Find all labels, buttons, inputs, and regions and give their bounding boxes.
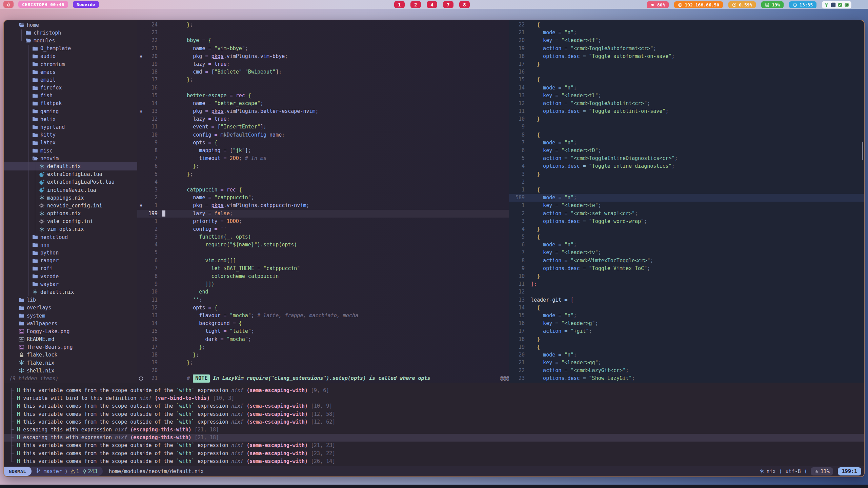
line-number: 5	[145, 170, 158, 178]
editor-right-line: 16	[509, 68, 864, 76]
tree-item-README.md[interactable]: README.md	[4, 336, 137, 343]
editor-left-line: 12 opts = {	[137, 304, 509, 312]
tree-item-flake.nix[interactable]: flake.nix	[4, 359, 137, 367]
tree-item-nnn[interactable]: nnn	[4, 241, 137, 249]
editor-left-line: 8 mapping = ["jk"];	[137, 147, 509, 155]
tree-item-neovide_config.ini[interactable]: neovide_config.ini	[4, 202, 137, 209]
tree-item-hyprland[interactable]: hyprland	[4, 123, 137, 131]
workspace-button-1[interactable]: 1	[394, 1, 405, 8]
sign-column	[137, 170, 145, 178]
workspace-button-2[interactable]: 2	[410, 1, 421, 8]
editor-left-line: 3 function(_, opts)	[137, 233, 509, 241]
tree-item-0_template[interactable]: 0_template	[4, 45, 137, 53]
tree-item-flatpak[interactable]: flatpak	[4, 100, 137, 107]
tree-item-audio[interactable]: audio	[4, 53, 137, 60]
tree-item-helix[interactable]: helix	[4, 115, 137, 123]
tree-item-waybar[interactable]: waybar	[4, 280, 137, 288]
tree-item-kitty[interactable]: kitty	[4, 131, 137, 139]
tree-item-python[interactable]: python	[4, 249, 137, 257]
tree-item-christoph[interactable]: christoph	[4, 29, 137, 37]
diagnostic-row[interactable]: ─ H escaping this with expression nixf (…	[4, 434, 864, 442]
tree-item-flake.lock[interactable]: flake.lock	[4, 351, 137, 359]
diagnostic-row[interactable]: ─ H this variable comes from the scope o…	[4, 402, 864, 410]
editor-left-line: 18 cmd = ["Bdelete" "Bwipeout"];	[137, 68, 509, 76]
tree-item-Foggy-Lake.png[interactable]: Foggy-Lake.png	[4, 327, 137, 335]
line-number: 14	[510, 84, 525, 92]
tree-guide	[21, 29, 22, 41]
tree-item-nextcloud[interactable]: nextcloud	[4, 233, 137, 241]
tree-item-modules[interactable]: modules	[4, 37, 137, 44]
spotify-icon[interactable]	[844, 2, 849, 7]
tree-item-default.nix[interactable]: default.nix	[4, 162, 137, 170]
tree-item-system[interactable]: system	[4, 312, 137, 320]
editor-pane-right[interactable]: 22 {21 mode = "n";20 key = "<leader>tf";…	[509, 20, 864, 383]
workspace-button-4[interactable]: 4	[427, 1, 437, 8]
editor-left-line: 18 };	[137, 351, 509, 359]
tree-item-vscode[interactable]: vscode	[4, 272, 137, 280]
tree-item-emacs[interactable]: emacs	[4, 68, 137, 76]
sign-column	[137, 45, 145, 53]
tree-item-latex[interactable]: latex	[4, 139, 137, 147]
diagnostic-row[interactable]: ─ H this variable comes from the scope o…	[4, 442, 864, 449]
tree-item-options.nix[interactable]: options.nix	[4, 210, 137, 218]
editor-right-line: 2	[509, 178, 864, 186]
tree-item-shell.nix[interactable]: shell.nix	[4, 367, 137, 374]
tree-item-label: fish	[40, 93, 53, 99]
tree-item-fish[interactable]: fish	[4, 92, 137, 100]
tree-item-default.nix[interactable]: default.nix	[4, 288, 137, 296]
tree-item-extraConfigLuaPost.lua[interactable]: extraConfigLuaPost.lua	[4, 178, 137, 186]
tree-item-chromium[interactable]: chromium	[4, 60, 137, 68]
check-icon[interactable]	[837, 2, 843, 7]
tree-item-neovim[interactable]: neovim	[4, 155, 137, 162]
line-number: 1	[510, 186, 525, 194]
tree-item-label: (9 hidden items)	[9, 375, 59, 382]
folder-icon	[32, 116, 38, 122]
tree-item-firefox[interactable]: firefox	[4, 84, 137, 92]
tree-item-email[interactable]: email	[4, 76, 137, 84]
folder-icon	[32, 132, 38, 138]
diagnostic-row[interactable]: ─ H this variable comes from the scope o…	[4, 387, 864, 394]
tree-item-vim_opts.nix[interactable]: vim_opts.nix	[4, 225, 137, 233]
sign-column	[137, 92, 145, 100]
lua-icon	[39, 179, 45, 185]
sign-column	[137, 100, 145, 107]
globe-icon	[678, 3, 682, 7]
scrollbar[interactable]	[862, 142, 863, 160]
diagnostic-row[interactable]: ─ H escaping this with expression nixf (…	[4, 426, 864, 434]
nix-logo-button[interactable]	[3, 1, 14, 8]
tree-item-lib[interactable]: lib	[4, 296, 137, 304]
tree-item-ranger[interactable]: ranger	[4, 257, 137, 265]
editor-left-line: 1 priority = 1000;	[137, 218, 509, 225]
tree-item-home[interactable]: home	[4, 21, 137, 29]
editor-right-line: 1 key = "<leader>tw";	[509, 202, 864, 209]
sign-column-hint: H	[137, 107, 145, 115]
keyboard-icon[interactable]	[831, 2, 836, 7]
tree-item-Three-Bears.png[interactable]: Three-Bears.png	[4, 343, 137, 351]
diagnostic-row[interactable]: ─ H this variable comes from the scope o…	[4, 418, 864, 426]
tree-item-rofi[interactable]: rofi	[4, 265, 137, 272]
editor-left-line: 12 lazy = true;	[137, 115, 509, 123]
tree-item-vale_config.ini[interactable]: vale_config.ini	[4, 218, 137, 225]
sign-column	[137, 288, 145, 296]
tree-item-wallpapers[interactable]: wallpapers	[4, 320, 137, 327]
editor-left-line: 16	[137, 84, 509, 92]
diagnostic-row[interactable]: ─ H this variable comes from the scope o…	[4, 450, 864, 458]
tree-item-overlays[interactable]: overlays	[4, 304, 137, 312]
diagnostic-row[interactable]: ─ H variable will bind to this definitio…	[4, 394, 864, 402]
key-icon[interactable]	[824, 2, 829, 7]
line-number: 4	[145, 178, 158, 186]
tree-item-mappings.nix[interactable]: mappings.nix	[4, 194, 137, 202]
tree-item-misc[interactable]: misc	[4, 147, 137, 155]
diagnostic-row[interactable]: ─ H this variable comes from the scope o…	[4, 410, 864, 418]
statusline: NORMAL master ) 1 243 home/modules/neovi…	[4, 466, 864, 476]
diagnostic-row[interactable]: ─ H this variable comes from the scope o…	[4, 458, 864, 465]
tree-item-gaming[interactable]: gaming	[4, 107, 137, 115]
tree-item-extraConfigLua.lua[interactable]: extraConfigLua.lua	[4, 170, 137, 178]
workspace-button-7[interactable]: 7	[443, 1, 453, 8]
diagnostics-panel: ─ H this variable comes from the scope o…	[4, 383, 864, 466]
editor-pane-left[interactable]: 24 };2322 bbye = {21 name = "vim-bbye";H…	[137, 20, 509, 383]
sign-column	[137, 210, 145, 218]
workspace-button-8[interactable]: 8	[459, 1, 470, 8]
tree-item-inclineNavic.lua[interactable]: inclineNavic.lua	[4, 186, 137, 194]
sign-column	[137, 280, 145, 288]
